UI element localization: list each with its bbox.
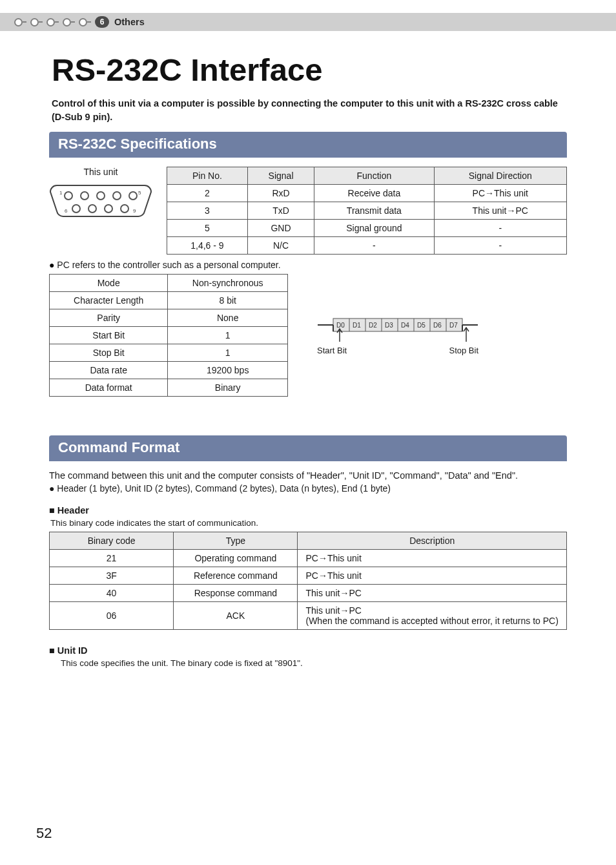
table-cell: 06 bbox=[50, 602, 174, 630]
table-header: Type bbox=[174, 532, 298, 550]
svg-point-10 bbox=[88, 205, 96, 213]
table-row: Character Length8 bit bbox=[50, 292, 288, 309]
table-cell: Operating command bbox=[174, 550, 298, 567]
table-cell: Mode bbox=[50, 275, 168, 292]
unitid-note: This code specifies the unit. The binary… bbox=[61, 658, 567, 668]
svg-text:5: 5 bbox=[138, 190, 141, 196]
dsub9-icon: 1 5 6 9 bbox=[49, 181, 152, 220]
bit-label: D2 bbox=[369, 322, 377, 329]
table-cell: Stop Bit bbox=[50, 344, 168, 362]
table-cell: Non-synchronous bbox=[168, 275, 288, 292]
cmd-description: The command between this unit and the co… bbox=[49, 470, 567, 481]
table-cell: PC→This unit bbox=[298, 550, 567, 567]
section-heading-cmd: Command Format bbox=[49, 435, 567, 461]
table-row: 1,4,6 - 9N/C-- bbox=[167, 237, 567, 255]
header-code-table: Binary codeTypeDescription 21Operating c… bbox=[49, 532, 567, 630]
page-header: 6 Others bbox=[0, 13, 616, 31]
table-cell: 8 bit bbox=[168, 292, 288, 309]
table-cell: None bbox=[168, 309, 288, 327]
bit-label: D5 bbox=[417, 322, 426, 329]
table-row: 40Response commandThis unit→PC bbox=[50, 585, 567, 602]
pin-table: Pin No.SignalFunctionSignal Direction 2R… bbox=[167, 167, 567, 255]
svg-point-11 bbox=[105, 205, 112, 213]
timing-start-label: Start Bit bbox=[317, 346, 347, 355]
section-heading-specs: RS-232C Specifications bbox=[49, 132, 567, 158]
mode-table: ModeNon-synchronousCharacter Length8 bit… bbox=[49, 274, 288, 397]
connector-label: This unit bbox=[49, 167, 152, 177]
svg-text:9: 9 bbox=[133, 208, 136, 214]
bit-label: D7 bbox=[449, 322, 458, 329]
chain-connector-icon bbox=[39, 21, 43, 23]
chain-dot-icon bbox=[79, 18, 87, 26]
bit-label: D4 bbox=[401, 322, 409, 329]
section-number-badge: 6 bbox=[95, 16, 109, 28]
cmd-structure: Header (1 byte), Unit ID (2 bytes), Comm… bbox=[49, 483, 567, 494]
table-row: Data rate19200 bps bbox=[50, 362, 288, 379]
svg-text:6: 6 bbox=[65, 208, 68, 214]
table-row: 2RxDReceive dataPC→This unit bbox=[167, 185, 567, 202]
table-cell: 19200 bps bbox=[168, 362, 288, 379]
table-cell: - bbox=[434, 237, 566, 255]
table-cell: Reference command bbox=[174, 567, 298, 585]
table-cell: This unit→PC bbox=[298, 585, 567, 602]
table-row: Stop Bit1 bbox=[50, 344, 288, 362]
table-row: 3FReference commandPC→This unit bbox=[50, 567, 567, 585]
connector-diagram: This unit 1 5 6 9 bbox=[49, 167, 152, 222]
table-cell: Transmit data bbox=[314, 202, 434, 220]
table-cell: This unit→PC bbox=[434, 202, 566, 220]
table-cell: GND bbox=[247, 220, 314, 237]
table-row: ModeNon-synchronous bbox=[50, 275, 288, 292]
table-cell: Receive data bbox=[314, 185, 434, 202]
table-cell: Data format bbox=[50, 379, 168, 397]
chain-dot-icon bbox=[46, 18, 55, 26]
table-row: Data formatBinary bbox=[50, 379, 288, 397]
pc-note: PC refers to the controller such as a pe… bbox=[49, 260, 567, 270]
table-cell: N/C bbox=[247, 237, 314, 255]
timing-stop-label: Stop Bit bbox=[449, 346, 478, 355]
svg-point-7 bbox=[113, 192, 121, 200]
table-cell: TxD bbox=[247, 202, 314, 220]
table-cell: 3F bbox=[50, 567, 174, 585]
svg-point-5 bbox=[81, 192, 88, 200]
chain-connector-icon bbox=[23, 21, 26, 23]
table-row: 06ACKThis unit→PC (When the command is a… bbox=[50, 602, 567, 630]
chain-dot-icon bbox=[30, 18, 39, 26]
table-cell: 21 bbox=[50, 550, 174, 567]
chain-connector-icon bbox=[55, 21, 59, 23]
table-header: Function bbox=[314, 167, 434, 185]
table-cell: 1 bbox=[168, 344, 288, 362]
table-cell: Character Length bbox=[50, 292, 168, 309]
chain-connector-icon bbox=[87, 21, 91, 23]
header-note: This binary code indicates the start of … bbox=[50, 518, 567, 528]
table-cell: 5 bbox=[167, 220, 248, 237]
svg-point-4 bbox=[65, 192, 72, 200]
svg-text:1: 1 bbox=[59, 190, 63, 196]
page-number: 52 bbox=[36, 825, 52, 842]
table-cell: - bbox=[314, 237, 434, 255]
chain-dot-icon bbox=[14, 18, 23, 26]
table-cell: RxD bbox=[247, 185, 314, 202]
section-category: Others bbox=[114, 17, 145, 27]
table-header: Description bbox=[298, 532, 567, 550]
table-row: 3TxDTransmit dataThis unit→PC bbox=[167, 202, 567, 220]
table-cell: This unit→PC (When the command is accept… bbox=[298, 602, 567, 630]
table-cell: ACK bbox=[174, 602, 298, 630]
table-cell: 1,4,6 - 9 bbox=[167, 237, 248, 255]
table-cell: Parity bbox=[50, 309, 168, 327]
header-subheading: Header bbox=[49, 505, 567, 516]
table-row: Start Bit1 bbox=[50, 327, 288, 344]
table-cell: 1 bbox=[168, 327, 288, 344]
table-cell: 3 bbox=[167, 202, 248, 220]
table-row: ParityNone bbox=[50, 309, 288, 327]
table-row: 5GNDSignal ground- bbox=[167, 220, 567, 237]
table-cell: 2 bbox=[167, 185, 248, 202]
table-row: 21Operating commandPC→This unit bbox=[50, 550, 567, 567]
chain-connector-icon bbox=[71, 21, 75, 23]
bit-label: D6 bbox=[433, 322, 442, 329]
bit-label: D3 bbox=[385, 322, 393, 329]
svg-point-8 bbox=[129, 192, 137, 200]
table-header: Binary code bbox=[50, 532, 174, 550]
table-cell: Binary bbox=[168, 379, 288, 397]
unitid-subheading: Unit ID bbox=[49, 645, 567, 656]
table-cell: - bbox=[434, 220, 566, 237]
